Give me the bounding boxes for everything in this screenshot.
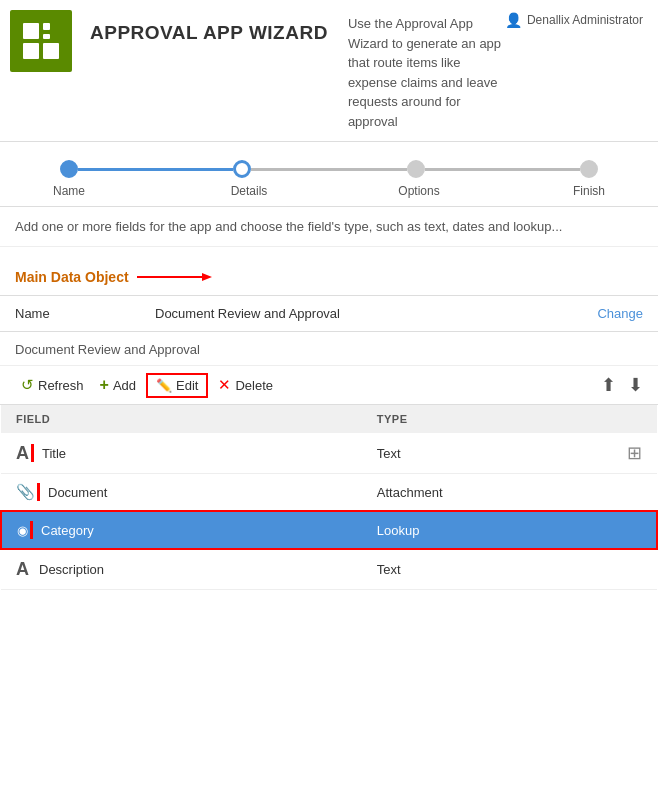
- svg-rect-4: [43, 43, 59, 59]
- edit-label: Edit: [176, 378, 198, 393]
- arrow-icon: [137, 269, 217, 285]
- field-type-description: Text: [377, 562, 401, 577]
- add-button[interactable]: + Add: [94, 372, 142, 398]
- subtitle: Add one or more fields for the app and c…: [0, 207, 658, 247]
- refresh-icon: ↺: [21, 376, 34, 394]
- field-cell-title: A Title: [16, 443, 347, 464]
- field-cell-category: ◉ Category: [17, 521, 347, 539]
- header-desc-area: Use the Approval App Wizard to generate …: [348, 10, 505, 131]
- steps-row: [60, 160, 598, 178]
- red-bar-title: [31, 444, 34, 462]
- username: Denallix Administrator: [527, 13, 643, 27]
- download-icon[interactable]: ⬇: [628, 374, 643, 396]
- add-label: Add: [113, 378, 136, 393]
- attachment-field-icon: 📎: [16, 483, 35, 501]
- header: APPROVAL APP WIZARD Use the Approval App…: [0, 0, 658, 142]
- delete-button[interactable]: ✕ Delete: [212, 372, 279, 398]
- field-name-title: Title: [42, 446, 66, 461]
- section-main-data-object: Main Data Object: [0, 257, 658, 295]
- data-table: FIELD TYPE A Title Text ⊞: [0, 405, 658, 590]
- step-2-dot: [233, 160, 251, 178]
- connector-3: [425, 168, 580, 171]
- svg-rect-1: [43, 23, 50, 30]
- connector-2: [251, 168, 406, 171]
- header-description: Use the Approval App Wizard to generate …: [348, 14, 505, 131]
- delete-icon: ✕: [218, 376, 231, 394]
- field-type-title: Text: [377, 446, 401, 461]
- field-cell-document: 📎 Document: [16, 483, 347, 501]
- step-1-dot: [60, 160, 78, 178]
- header-left: APPROVAL APP WIZARD: [90, 10, 328, 44]
- wizard-steps: Name Details Options Finish: [0, 142, 658, 207]
- table-row-selected[interactable]: ◉ Category Lookup: [1, 511, 657, 549]
- step-4-dot: [580, 160, 598, 178]
- connector-1: [78, 168, 233, 171]
- table-header-row: FIELD TYPE: [1, 405, 657, 433]
- sub-section-title: Document Review and Approval: [0, 332, 658, 366]
- red-bar-document: [37, 483, 40, 501]
- user-area: 👤 Denallix Administrator: [505, 10, 643, 28]
- logo-svg: [21, 21, 61, 61]
- step-label-options: Options: [394, 184, 444, 198]
- user-icon: 👤: [505, 12, 522, 28]
- table-row[interactable]: A Description Text: [1, 549, 657, 590]
- edit-icon: ✏️: [156, 378, 172, 393]
- red-bar-category: [30, 521, 33, 539]
- delete-label: Delete: [235, 378, 273, 393]
- refresh-label: Refresh: [38, 378, 84, 393]
- name-row: Name Document Review and Approval Change: [0, 295, 658, 332]
- svg-rect-3: [23, 43, 39, 59]
- table-row[interactable]: 📎 Document Attachment: [1, 474, 657, 512]
- field-name-description: Description: [39, 562, 104, 577]
- step-label-details: Details: [224, 184, 274, 198]
- refresh-button[interactable]: ↺ Refresh: [15, 372, 90, 398]
- field-name-document: Document: [48, 485, 107, 500]
- name-value: Document Review and Approval: [155, 306, 597, 321]
- logo: [10, 10, 72, 72]
- section-title: Main Data Object: [15, 257, 643, 295]
- add-icon: +: [100, 376, 109, 394]
- grid-icon-title[interactable]: ⊞: [627, 442, 642, 464]
- step-3-dot: [407, 160, 425, 178]
- section-title-text: Main Data Object: [15, 269, 129, 285]
- app-title: APPROVAL APP WIZARD: [90, 22, 328, 44]
- steps-labels: Name Details Options Finish: [60, 184, 598, 198]
- svg-rect-2: [43, 34, 50, 39]
- field-cell-description: A Description: [16, 559, 347, 580]
- table-row[interactable]: A Title Text ⊞: [1, 433, 657, 474]
- change-link[interactable]: Change: [597, 306, 643, 321]
- col-header-type: TYPE: [362, 405, 657, 433]
- text-field-icon-2: A: [16, 559, 29, 580]
- step-label-name: Name: [44, 184, 94, 198]
- svg-marker-6: [202, 273, 212, 281]
- toolbar: ↺ Refresh + Add ✏️ Edit ✕ Delete ⬆ ⬇: [0, 366, 658, 405]
- field-name-category: Category: [41, 523, 94, 538]
- name-label: Name: [15, 306, 155, 321]
- upload-icon[interactable]: ⬆: [601, 374, 616, 396]
- col-header-field: FIELD: [1, 405, 362, 433]
- lookup-field-icon: ◉: [17, 523, 28, 538]
- svg-rect-0: [23, 23, 39, 39]
- text-field-icon: A: [16, 443, 29, 464]
- field-type-category: Lookup: [377, 523, 420, 538]
- field-type-document: Attachment: [377, 485, 443, 500]
- edit-button[interactable]: ✏️ Edit: [146, 373, 208, 398]
- step-label-finish: Finish: [564, 184, 614, 198]
